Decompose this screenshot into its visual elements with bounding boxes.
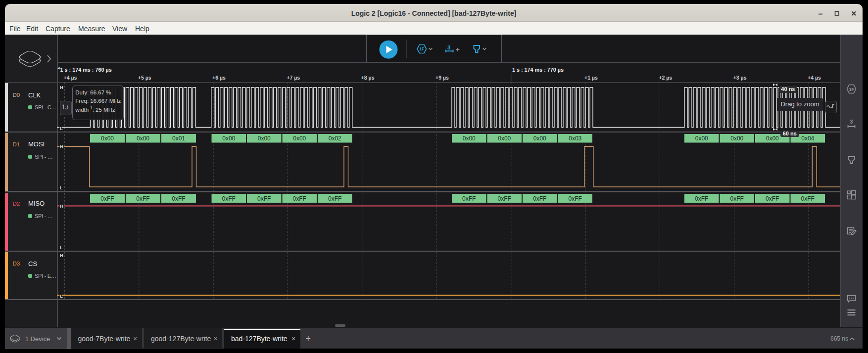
svg-text:+8 µs: +8 µs bbox=[361, 75, 375, 81]
svg-text:H: H bbox=[60, 144, 63, 149]
svg-text:+3 µs: +3 µs bbox=[733, 75, 747, 81]
svg-text:0xFF: 0xFF bbox=[695, 195, 708, 202]
svg-text:0x00: 0x00 bbox=[463, 135, 476, 142]
svg-text:0xFF: 0xFF bbox=[136, 195, 149, 202]
svg-text:0x00: 0x00 bbox=[498, 135, 511, 142]
svg-text:0x00: 0x00 bbox=[137, 135, 149, 142]
svg-text:1 s : 174 ms : 760 µs: 1 s : 174 ms : 760 µs bbox=[60, 67, 112, 73]
svg-text:0x02: 0x02 bbox=[329, 135, 341, 142]
svg-text:L: L bbox=[60, 293, 63, 299]
svg-text:L: L bbox=[60, 126, 63, 131]
svg-text:1F: 1F bbox=[419, 46, 424, 51]
svg-text:0xFF: 0xFF bbox=[222, 195, 236, 202]
svg-text:0xFF: 0xFF bbox=[801, 195, 815, 202]
svg-text:+1 µs: +1 µs bbox=[584, 75, 598, 81]
svg-text:0xFF: 0xFF bbox=[293, 195, 306, 202]
svg-text:+6 µs: +6 µs bbox=[212, 75, 226, 81]
svg-text:0xFF: 0xFF bbox=[257, 195, 271, 202]
svg-text:0x00: 0x00 bbox=[258, 135, 271, 142]
svg-text:+2 µs: +2 µs bbox=[659, 75, 672, 81]
svg-text:+7 µs: +7 µs bbox=[287, 75, 300, 81]
svg-text:0xFF: 0xFF bbox=[569, 195, 582, 202]
svg-text:0x00: 0x00 bbox=[222, 135, 235, 142]
svg-text:1 s : 174 ms : 770 µs: 1 s : 174 ms : 770 µs bbox=[512, 67, 564, 73]
svg-text:L: L bbox=[60, 185, 63, 190]
svg-text:0xFF: 0xFF bbox=[462, 195, 476, 202]
svg-text:0xFF: 0xFF bbox=[328, 195, 341, 202]
svg-text:0x03: 0x03 bbox=[569, 135, 581, 142]
svg-text:1F: 1F bbox=[849, 87, 855, 92]
svg-text:L: L bbox=[60, 245, 63, 250]
svg-text:H: H bbox=[60, 85, 63, 90]
svg-text:0x00: 0x00 bbox=[730, 135, 743, 142]
svg-text:0xFF: 0xFF bbox=[100, 195, 114, 202]
svg-text:+4 µs: +4 µs bbox=[64, 75, 77, 81]
svg-text:+5 µs: +5 µs bbox=[138, 75, 151, 81]
svg-text:0xFF: 0xFF bbox=[172, 195, 185, 202]
svg-text:0xFF: 0xFF bbox=[533, 195, 546, 202]
svg-text:0x00: 0x00 bbox=[101, 135, 114, 142]
svg-text:0xFF: 0xFF bbox=[766, 195, 779, 202]
svg-text:0x00: 0x00 bbox=[766, 135, 779, 142]
svg-text:3: 3 bbox=[850, 119, 853, 125]
svg-text:0xFF: 0xFF bbox=[498, 195, 511, 202]
svg-text:H: H bbox=[60, 203, 63, 209]
svg-text:H: H bbox=[60, 253, 63, 258]
svg-text:0x01: 0x01 bbox=[172, 135, 185, 142]
svg-text:0x00: 0x00 bbox=[533, 135, 546, 142]
svg-text:+4 µs: +4 µs bbox=[808, 75, 821, 81]
svg-text:0x04: 0x04 bbox=[801, 135, 814, 142]
svg-text:0x00: 0x00 bbox=[695, 135, 708, 142]
svg-text:0x00: 0x00 bbox=[293, 135, 306, 142]
svg-text:+9 µs: +9 µs bbox=[435, 75, 449, 81]
svg-text:3: 3 bbox=[447, 44, 450, 50]
svg-text:0xFF: 0xFF bbox=[730, 195, 744, 202]
